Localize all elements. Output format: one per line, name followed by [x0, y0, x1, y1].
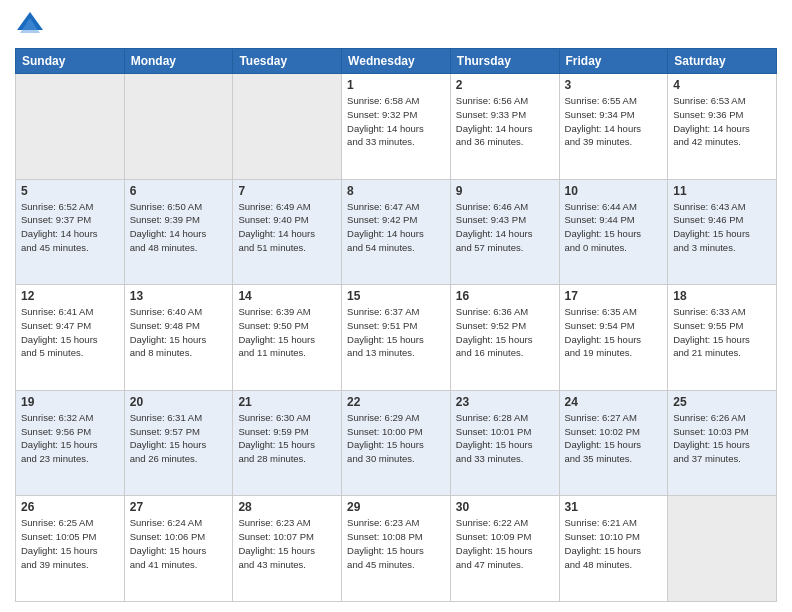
day-cell-4: 4Sunrise: 6:53 AM Sunset: 9:36 PM Daylig… — [668, 74, 777, 180]
day-cell-14: 14Sunrise: 6:39 AM Sunset: 9:50 PM Dayli… — [233, 285, 342, 391]
day-info: Sunrise: 6:50 AM Sunset: 9:39 PM Dayligh… — [130, 200, 228, 255]
day-number: 2 — [456, 78, 554, 92]
day-number: 3 — [565, 78, 663, 92]
day-info: Sunrise: 6:33 AM Sunset: 9:55 PM Dayligh… — [673, 305, 771, 360]
day-info: Sunrise: 6:47 AM Sunset: 9:42 PM Dayligh… — [347, 200, 445, 255]
week-row-1: 1Sunrise: 6:58 AM Sunset: 9:32 PM Daylig… — [16, 74, 777, 180]
day-cell-17: 17Sunrise: 6:35 AM Sunset: 9:54 PM Dayli… — [559, 285, 668, 391]
day-cell-26: 26Sunrise: 6:25 AM Sunset: 10:05 PM Dayl… — [16, 496, 125, 602]
day-info: Sunrise: 6:36 AM Sunset: 9:52 PM Dayligh… — [456, 305, 554, 360]
day-number: 12 — [21, 289, 119, 303]
day-number: 1 — [347, 78, 445, 92]
day-info: Sunrise: 6:44 AM Sunset: 9:44 PM Dayligh… — [565, 200, 663, 255]
day-cell-25: 25Sunrise: 6:26 AM Sunset: 10:03 PM Dayl… — [668, 390, 777, 496]
day-cell-10: 10Sunrise: 6:44 AM Sunset: 9:44 PM Dayli… — [559, 179, 668, 285]
day-number: 17 — [565, 289, 663, 303]
day-number: 31 — [565, 500, 663, 514]
calendar-table: SundayMondayTuesdayWednesdayThursdayFrid… — [15, 48, 777, 602]
day-cell-22: 22Sunrise: 6:29 AM Sunset: 10:00 PM Dayl… — [342, 390, 451, 496]
day-number: 26 — [21, 500, 119, 514]
week-row-3: 12Sunrise: 6:41 AM Sunset: 9:47 PM Dayli… — [16, 285, 777, 391]
day-info: Sunrise: 6:29 AM Sunset: 10:00 PM Daylig… — [347, 411, 445, 466]
day-info: Sunrise: 6:49 AM Sunset: 9:40 PM Dayligh… — [238, 200, 336, 255]
day-info: Sunrise: 6:56 AM Sunset: 9:33 PM Dayligh… — [456, 94, 554, 149]
day-cell-31: 31Sunrise: 6:21 AM Sunset: 10:10 PM Dayl… — [559, 496, 668, 602]
day-cell-9: 9Sunrise: 6:46 AM Sunset: 9:43 PM Daylig… — [450, 179, 559, 285]
day-info: Sunrise: 6:55 AM Sunset: 9:34 PM Dayligh… — [565, 94, 663, 149]
day-cell-21: 21Sunrise: 6:30 AM Sunset: 9:59 PM Dayli… — [233, 390, 342, 496]
day-cell-13: 13Sunrise: 6:40 AM Sunset: 9:48 PM Dayli… — [124, 285, 233, 391]
day-number: 27 — [130, 500, 228, 514]
calendar-header: SundayMondayTuesdayWednesdayThursdayFrid… — [16, 49, 777, 74]
day-info: Sunrise: 6:22 AM Sunset: 10:09 PM Daylig… — [456, 516, 554, 571]
day-info: Sunrise: 6:37 AM Sunset: 9:51 PM Dayligh… — [347, 305, 445, 360]
day-cell-23: 23Sunrise: 6:28 AM Sunset: 10:01 PM Dayl… — [450, 390, 559, 496]
day-number: 10 — [565, 184, 663, 198]
day-header-monday: Monday — [124, 49, 233, 74]
day-number: 29 — [347, 500, 445, 514]
day-info: Sunrise: 6:46 AM Sunset: 9:43 PM Dayligh… — [456, 200, 554, 255]
day-info: Sunrise: 6:41 AM Sunset: 9:47 PM Dayligh… — [21, 305, 119, 360]
week-row-2: 5Sunrise: 6:52 AM Sunset: 9:37 PM Daylig… — [16, 179, 777, 285]
day-header-saturday: Saturday — [668, 49, 777, 74]
day-number: 14 — [238, 289, 336, 303]
day-number: 6 — [130, 184, 228, 198]
day-number: 25 — [673, 395, 771, 409]
day-number: 23 — [456, 395, 554, 409]
day-number: 18 — [673, 289, 771, 303]
day-info: Sunrise: 6:30 AM Sunset: 9:59 PM Dayligh… — [238, 411, 336, 466]
logo — [15, 10, 49, 40]
calendar-body: 1Sunrise: 6:58 AM Sunset: 9:32 PM Daylig… — [16, 74, 777, 602]
day-cell-12: 12Sunrise: 6:41 AM Sunset: 9:47 PM Dayli… — [16, 285, 125, 391]
day-number: 30 — [456, 500, 554, 514]
day-number: 5 — [21, 184, 119, 198]
day-cell-30: 30Sunrise: 6:22 AM Sunset: 10:09 PM Dayl… — [450, 496, 559, 602]
day-number: 16 — [456, 289, 554, 303]
day-info: Sunrise: 6:23 AM Sunset: 10:08 PM Daylig… — [347, 516, 445, 571]
day-info: Sunrise: 6:53 AM Sunset: 9:36 PM Dayligh… — [673, 94, 771, 149]
header — [15, 10, 777, 40]
day-header-friday: Friday — [559, 49, 668, 74]
week-row-4: 19Sunrise: 6:32 AM Sunset: 9:56 PM Dayli… — [16, 390, 777, 496]
day-info: Sunrise: 6:27 AM Sunset: 10:02 PM Daylig… — [565, 411, 663, 466]
day-number: 28 — [238, 500, 336, 514]
page: SundayMondayTuesdayWednesdayThursdayFrid… — [0, 0, 792, 612]
day-header-tuesday: Tuesday — [233, 49, 342, 74]
day-number: 15 — [347, 289, 445, 303]
day-info: Sunrise: 6:35 AM Sunset: 9:54 PM Dayligh… — [565, 305, 663, 360]
day-cell-28: 28Sunrise: 6:23 AM Sunset: 10:07 PM Dayl… — [233, 496, 342, 602]
week-row-5: 26Sunrise: 6:25 AM Sunset: 10:05 PM Dayl… — [16, 496, 777, 602]
logo-icon — [15, 10, 45, 40]
day-info: Sunrise: 6:39 AM Sunset: 9:50 PM Dayligh… — [238, 305, 336, 360]
day-cell-27: 27Sunrise: 6:24 AM Sunset: 10:06 PM Dayl… — [124, 496, 233, 602]
day-number: 20 — [130, 395, 228, 409]
day-cell-18: 18Sunrise: 6:33 AM Sunset: 9:55 PM Dayli… — [668, 285, 777, 391]
day-cell-1: 1Sunrise: 6:58 AM Sunset: 9:32 PM Daylig… — [342, 74, 451, 180]
day-cell-15: 15Sunrise: 6:37 AM Sunset: 9:51 PM Dayli… — [342, 285, 451, 391]
day-cell-5: 5Sunrise: 6:52 AM Sunset: 9:37 PM Daylig… — [16, 179, 125, 285]
header-row: SundayMondayTuesdayWednesdayThursdayFrid… — [16, 49, 777, 74]
day-info: Sunrise: 6:24 AM Sunset: 10:06 PM Daylig… — [130, 516, 228, 571]
day-cell-16: 16Sunrise: 6:36 AM Sunset: 9:52 PM Dayli… — [450, 285, 559, 391]
day-number: 7 — [238, 184, 336, 198]
empty-cell — [233, 74, 342, 180]
day-number: 11 — [673, 184, 771, 198]
day-number: 22 — [347, 395, 445, 409]
day-header-sunday: Sunday — [16, 49, 125, 74]
day-info: Sunrise: 6:52 AM Sunset: 9:37 PM Dayligh… — [21, 200, 119, 255]
empty-cell — [668, 496, 777, 602]
day-number: 21 — [238, 395, 336, 409]
day-info: Sunrise: 6:40 AM Sunset: 9:48 PM Dayligh… — [130, 305, 228, 360]
day-info: Sunrise: 6:32 AM Sunset: 9:56 PM Dayligh… — [21, 411, 119, 466]
day-info: Sunrise: 6:21 AM Sunset: 10:10 PM Daylig… — [565, 516, 663, 571]
day-info: Sunrise: 6:58 AM Sunset: 9:32 PM Dayligh… — [347, 94, 445, 149]
day-number: 19 — [21, 395, 119, 409]
day-info: Sunrise: 6:23 AM Sunset: 10:07 PM Daylig… — [238, 516, 336, 571]
day-header-wednesday: Wednesday — [342, 49, 451, 74]
day-info: Sunrise: 6:25 AM Sunset: 10:05 PM Daylig… — [21, 516, 119, 571]
day-info: Sunrise: 6:31 AM Sunset: 9:57 PM Dayligh… — [130, 411, 228, 466]
day-cell-8: 8Sunrise: 6:47 AM Sunset: 9:42 PM Daylig… — [342, 179, 451, 285]
day-cell-24: 24Sunrise: 6:27 AM Sunset: 10:02 PM Dayl… — [559, 390, 668, 496]
day-cell-11: 11Sunrise: 6:43 AM Sunset: 9:46 PM Dayli… — [668, 179, 777, 285]
day-cell-3: 3Sunrise: 6:55 AM Sunset: 9:34 PM Daylig… — [559, 74, 668, 180]
